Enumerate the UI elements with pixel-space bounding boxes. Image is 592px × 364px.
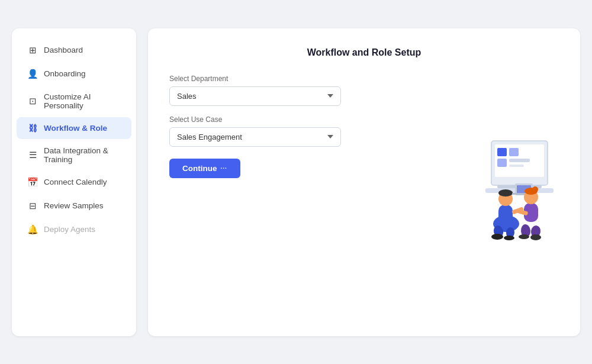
continue-dots-icon: ··· xyxy=(221,165,227,172)
sidebar-item-deploy-agents: 🔔 Deploy Agents xyxy=(17,218,131,241)
sidebar-item-label-data-integration: Data Integration & Training xyxy=(44,146,121,164)
svg-rect-12 xyxy=(498,205,513,224)
svg-rect-2 xyxy=(497,148,507,156)
department-select[interactable]: SalesMarketingSupportEngineering xyxy=(169,86,341,106)
sidebar-item-onboarding[interactable]: 👤 Onboarding xyxy=(17,63,131,85)
svg-point-22 xyxy=(532,186,538,192)
sidebar: ⊞ Dashboard 👤 Onboarding ⊡ Customize AI … xyxy=(12,28,136,336)
illustration xyxy=(438,123,556,241)
svg-rect-4 xyxy=(497,159,507,167)
connect-calendly-icon: 📅 xyxy=(27,177,38,188)
page-title: Workflow and Role Setup xyxy=(169,47,559,58)
sidebar-item-workflow-role[interactable]: ⛓ Workflow & Role xyxy=(17,117,131,139)
continue-button[interactable]: Continue ··· xyxy=(169,159,240,178)
customize-ai-icon: ⊡ xyxy=(27,96,38,107)
svg-rect-6 xyxy=(509,165,524,167)
main-content: Workflow and Role Setup Select Departmen… xyxy=(148,28,580,336)
sidebar-item-data-integration[interactable]: ☰ Data Integration & Training xyxy=(17,140,131,170)
sidebar-item-label-workflow-role: Workflow & Role xyxy=(44,124,107,133)
sidebar-item-label-dashboard: Dashboard xyxy=(44,46,83,54)
svg-point-27 xyxy=(504,236,514,240)
sidebar-item-connect-calendly[interactable]: 📅 Connect Calendly xyxy=(17,171,131,194)
onboarding-icon: 👤 xyxy=(27,69,38,79)
sidebar-item-label-review-samples: Review Samples xyxy=(44,201,104,210)
svg-rect-3 xyxy=(509,148,519,156)
data-integration-icon: ☰ xyxy=(27,150,38,160)
sidebar-item-review-samples[interactable]: ⊟ Review Samples xyxy=(17,195,131,217)
svg-rect-5 xyxy=(509,159,530,162)
use-case-select[interactable]: Sales EngagementLead GenerationCustomer … xyxy=(169,127,341,147)
department-label: Select Department xyxy=(169,75,347,83)
sidebar-item-label-deploy-agents: Deploy Agents xyxy=(44,225,95,234)
sidebar-item-label-connect-calendly: Connect Calendly xyxy=(44,178,107,186)
use-case-label: Select Use Case xyxy=(169,115,347,124)
svg-point-14 xyxy=(498,189,513,197)
form-section: Select Department SalesMarketingSupportE… xyxy=(169,75,347,178)
svg-point-26 xyxy=(491,234,503,240)
review-samples-icon: ⊟ xyxy=(27,201,38,211)
svg-point-29 xyxy=(530,234,541,240)
sidebar-item-label-onboarding: Onboarding xyxy=(44,69,86,78)
workflow-role-icon: ⛓ xyxy=(27,123,38,133)
deploy-agents-icon: 🔔 xyxy=(27,224,38,235)
sidebar-item-dashboard[interactable]: ⊞ Dashboard xyxy=(17,39,131,62)
sidebar-item-customize-ai[interactable]: ⊡ Customize AI Personality xyxy=(17,86,131,116)
dashboard-icon: ⊞ xyxy=(27,45,38,56)
sidebar-item-label-customize-ai: Customize AI Personality xyxy=(44,92,121,110)
svg-point-28 xyxy=(519,234,529,239)
